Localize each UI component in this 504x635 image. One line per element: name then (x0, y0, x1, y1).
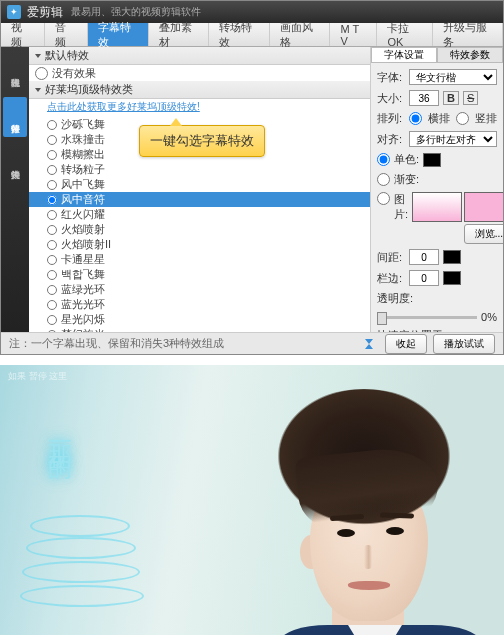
main-area: 出现特效 停留特效 消失特效 默认特效 没有效果 好莱坞顶级特效类 点击此处获取… (1, 47, 503, 332)
ripple-fx (20, 585, 144, 607)
font-select[interactable]: 华文行楷 (409, 69, 497, 85)
chevron-down-icon (35, 88, 41, 92)
effect-item[interactable]: 红火闪耀 (29, 207, 370, 222)
panel-tabs: 字体设置 特效参数 (371, 47, 503, 63)
effect-item[interactable]: 蓝绿光环 (29, 282, 370, 297)
tab-audio[interactable]: 音 频 (45, 23, 89, 46)
sidebar-appear-fx[interactable]: 出现特效 (3, 51, 27, 91)
padding-label: 栏边: (377, 271, 405, 286)
panel-body: 字体:华文行楷 大小:BS 排列: 横排竖排 对齐:多行时左对齐 单色: 渐变:… (371, 63, 503, 332)
align-label: 排列: (377, 111, 405, 126)
effect-item[interactable]: 星光闪烁 (29, 312, 370, 327)
spacing-swatch[interactable] (443, 250, 461, 264)
effect-item[interactable]: 백합飞舞 (29, 267, 370, 282)
tab-karaoke[interactable]: 卡拉OK (377, 23, 432, 46)
collapse-button[interactable]: 收起 (385, 334, 427, 354)
footer: 注：一个字幕出现、保留和消失3种特效组成 收起 播放试试 (1, 332, 503, 354)
no-effect-radio[interactable] (35, 67, 48, 80)
fx-phase-sidebar: 出现特效 停留特效 消失特效 (1, 47, 29, 332)
hourglass-icon (363, 338, 375, 350)
solid-color-radio[interactable] (377, 153, 390, 166)
justify-label: 对齐: (377, 132, 405, 147)
effect-item[interactable]: 蓝光光环 (29, 297, 370, 312)
justify-select[interactable]: 多行时左对齐 (409, 131, 497, 147)
sidebar-stay-fx[interactable]: 停留特效 (3, 97, 27, 137)
align-h-radio[interactable] (409, 112, 422, 125)
tab-upgrade[interactable]: 升级与服务 (433, 23, 503, 46)
chevron-down-icon (35, 54, 41, 58)
spacing-label: 间距: (377, 250, 405, 265)
strikethrough-button[interactable]: S (463, 91, 478, 105)
preview-frame: 如果 暂停 这里 那一年的 (0, 365, 504, 635)
size-input[interactable] (409, 90, 439, 106)
watermark: 如果 暂停 这里 (8, 371, 67, 382)
opacity-value: 0% (481, 311, 497, 323)
effect-item-selected[interactable]: 风中音符 (29, 192, 370, 207)
person-portrait (236, 389, 466, 635)
grad-swatch[interactable] (412, 192, 462, 222)
effect-item[interactable]: 火焰喷射II (29, 237, 370, 252)
effect-item[interactable]: 火焰喷射 (29, 222, 370, 237)
spacing-input[interactable] (409, 249, 439, 265)
tab-video[interactable]: 视 频 (1, 23, 45, 46)
app-window: ✦ 爱剪辑 最易用、强大的视频剪辑软件 视 频 音 频 字幕特效 叠加素材 转场… (0, 0, 504, 355)
opacity-label: 透明度: (377, 291, 417, 306)
ripple-fx (30, 515, 130, 537)
tab-style[interactable]: 画面风格 (270, 23, 331, 46)
play-test-button[interactable]: 播放试试 (433, 334, 495, 354)
ripple-fx (22, 561, 140, 583)
image-fill-radio[interactable] (377, 192, 390, 205)
tab-mtv[interactable]: M T V (330, 23, 377, 46)
padding-input[interactable] (409, 270, 439, 286)
browse-button[interactable]: 浏览... (464, 224, 503, 244)
effect-item[interactable]: 风中飞舞 (29, 177, 370, 192)
footer-note: 注：一个字幕出现、保留和消失3种特效组成 (9, 336, 224, 351)
section-hollywood[interactable]: 好莱坞顶级特效类 (29, 81, 370, 99)
effect-item[interactable]: 梦幻旋光 (29, 327, 370, 332)
app-logo-icon: ✦ (7, 5, 21, 19)
get-more-link[interactable]: 点击此处获取更多好莱坞顶级特效! (29, 99, 370, 115)
gradient-radio[interactable] (377, 173, 390, 186)
tab-overlay[interactable]: 叠加素材 (149, 23, 210, 46)
sidebar-disappear-fx[interactable]: 消失特效 (3, 143, 27, 183)
padding-swatch[interactable] (443, 271, 461, 285)
app-tagline: 最易用、强大的视频剪辑软件 (71, 5, 201, 19)
color-swatch[interactable] (423, 153, 441, 167)
app-title: 爱剪辑 (27, 4, 63, 21)
bold-button[interactable]: B (443, 91, 459, 105)
ripple-fx (26, 537, 136, 559)
effect-list-panel: 默认特效 没有效果 好莱坞顶级特效类 点击此处获取更多好莱坞顶级特效! 沙砾飞舞… (29, 47, 371, 332)
option-no-effect[interactable]: 没有效果 (29, 65, 370, 81)
tab-transition[interactable]: 转场特效 (209, 23, 270, 46)
subtitle-text: 那一年的 (44, 425, 76, 441)
section-default[interactable]: 默认特效 (29, 47, 370, 65)
properties-panel: 字体设置 特效参数 字体:华文行楷 大小:BS 排列: 横排竖排 对齐:多行时左… (371, 47, 503, 332)
align-v-radio[interactable] (456, 112, 469, 125)
effect-item[interactable]: 转场粒子 (29, 162, 370, 177)
font-label: 字体: (377, 70, 405, 85)
main-tabs: 视 频 音 频 字幕特效 叠加素材 转场特效 画面风格 M T V 卡拉OK 升… (1, 23, 503, 47)
tab-subtitle-fx[interactable]: 字幕特效 (88, 23, 149, 46)
size-label: 大小: (377, 91, 405, 106)
img-swatch[interactable] (464, 192, 503, 222)
ptab-fx-params[interactable]: 特效参数 (437, 47, 503, 62)
effect-item[interactable]: 卡通星星 (29, 252, 370, 267)
callout-tip: 一键勾选字幕特效 (139, 125, 265, 157)
ptab-font[interactable]: 字体设置 (371, 47, 437, 62)
opacity-slider[interactable] (377, 316, 477, 319)
